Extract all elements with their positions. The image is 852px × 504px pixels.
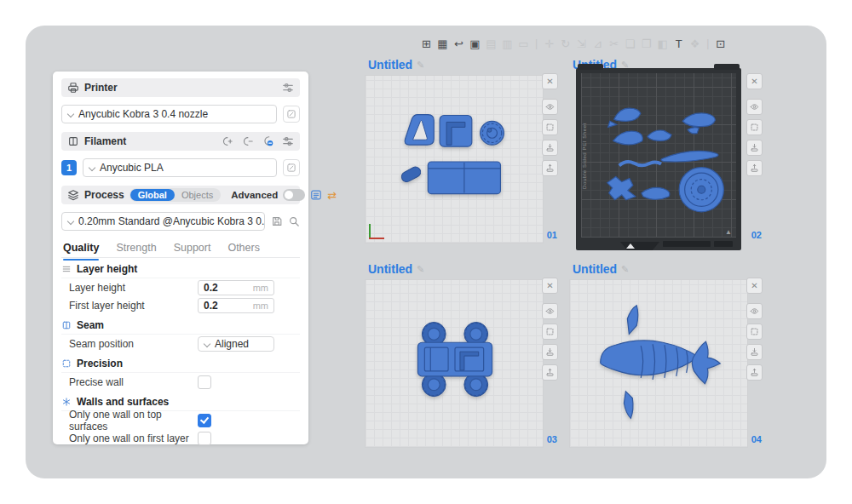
add-model-icon[interactable]: ⊞ [419,35,434,52]
tab-quality[interactable]: Quality [63,242,99,257]
fit-plate-icon[interactable] [746,119,763,135]
filament-section-header: Filament [61,132,300,151]
tab-strength[interactable]: Strength [116,242,156,257]
fit-plate-icon[interactable] [542,324,558,340]
scope-objects-button[interactable]: Objects [175,189,220,201]
one-wall-top-checkbox[interactable] [198,414,211,427]
plate-visibility-icon[interactable] [542,303,558,319]
close-plate-icon[interactable]: ✕ [542,73,558,89]
printer-icon [67,82,79,94]
edit-filament-button[interactable] [283,159,300,176]
process-list-icon[interactable] [310,189,322,201]
filament-slot-badge[interactable]: 1 [61,160,77,175]
rename-plate-icon[interactable]: ✎ [417,60,424,71]
process-icon [67,189,79,201]
plate-material-chip [663,241,711,247]
add-plate-icon[interactable]: ▦ [435,35,450,52]
arrange-all-plates-icon[interactable]: ▥ [500,35,515,52]
toolbar: ⊞▦↩▣▤▥▭|✛↻⇲⊿✂❏❐◧T❖|⊡ [419,34,728,53]
plate-visibility-icon[interactable] [746,99,763,115]
plate-viewport-1[interactable]: Untitled ✎ [365,58,558,247]
printer-select[interactable]: Anycubic Kobra 3 0.4 nozzle [61,105,277,123]
fit-plate-icon[interactable] [542,119,558,135]
rename-plate-icon[interactable]: ✎ [417,264,424,275]
search-settings-icon[interactable] [288,215,300,227]
cut-icon[interactable]: ✂ [607,35,621,52]
process-profile-select[interactable]: 0.20mm Standard @Anycubic Kobra 3 0.4 no… [61,212,265,231]
export-plate-icon[interactable] [542,140,558,156]
lay-flat-icon[interactable]: ⊿ [590,35,605,52]
chevron-down-icon [89,164,95,171]
group-seam: Seam [61,316,300,335]
tab-others[interactable]: Others [227,242,260,257]
arrange-icon[interactable]: ▤ [484,35,498,52]
scale-icon[interactable]: ⇲ [574,35,589,52]
plate-visibility-icon[interactable] [542,99,558,115]
precise-wall-checkbox[interactable] [198,375,211,389]
tab-support[interactable]: Support [174,242,211,257]
build-plate[interactable] [365,279,544,448]
plate-visibility-icon[interactable] [746,303,763,319]
send-plate-icon[interactable] [746,160,763,176]
build-plate[interactable] [569,279,748,448]
build-plate[interactable] [365,75,544,243]
assemble-icon[interactable]: ❖ [688,35,702,52]
close-plate-icon[interactable]: ✕ [746,278,763,294]
flatten-icon[interactable]: ▭ [516,35,531,52]
plate-number: 04 [751,434,762,444]
move-icon[interactable]: ✛ [542,35,556,52]
layer-height-value[interactable] [204,282,243,294]
close-plate-icon[interactable]: ✕ [542,278,558,294]
import-icon[interactable]: ↩ [452,35,466,52]
send-plate-icon[interactable] [746,364,763,381]
rename-plate-icon[interactable]: ✎ [621,264,629,275]
models-3d[interactable] [570,280,747,447]
sync-profile-icon[interactable]: ⇄ [327,190,337,201]
models-3d[interactable] [366,76,543,243]
edit-printer-button[interactable] [283,106,300,123]
first-layer-height-value[interactable] [204,300,243,312]
seam-position-select[interactable]: Aligned [198,336,274,352]
models-3d[interactable] [366,280,543,447]
plate-title: Untitled ✎ [368,262,424,276]
export-plate-icon[interactable] [746,344,763,360]
scope-global-button[interactable]: Global [130,189,175,201]
plate-viewport-4[interactable]: Untitled ✎ ✕ 04 [569,262,763,451]
add-filament-icon[interactable] [221,135,233,147]
setting-row: Only one wall on top surfaces [61,411,300,429]
printer-settings-icon[interactable] [282,82,294,94]
first-layer-height-input[interactable]: mm [198,298,274,313]
rotate-icon[interactable]: ↻ [558,35,573,52]
export-plate-icon[interactable] [746,140,763,156]
build-plate-dark[interactable]: Double Sided PEI Sheet [576,68,741,250]
plate-actions: ✕ [542,278,558,381]
copy-icon[interactable]: ❏ [623,35,637,52]
send-plate-icon[interactable] [542,364,558,381]
plate-viewport-3[interactable]: Untitled ✎ [365,262,558,451]
filament-settings-icon[interactable] [282,135,294,147]
variable-layer-height-icon[interactable]: ◧ [655,35,670,52]
add-text-icon[interactable]: T [671,35,686,52]
models-3d[interactable] [581,73,736,238]
filament-icon [67,135,79,147]
layer-height-input[interactable]: mm [198,280,274,295]
plate-actions: ✕ [746,73,763,176]
advanced-toggle[interactable] [283,189,305,201]
export-plate-icon[interactable] [542,344,558,360]
filament-select[interactable]: Anycubic PLA [83,158,277,177]
plate-viewport-2[interactable]: Untitled ✎ Double Sided PEI Sheet [569,58,763,247]
setting-row: Precise wall [61,373,300,391]
axis-x-indicator [369,238,384,239]
sync-filament-icon[interactable] [262,135,273,147]
fit-plate-icon[interactable] [746,324,763,340]
toolbar-separator: | [535,37,538,49]
remove-filament-icon[interactable] [241,135,253,147]
one-wall-first-layer-checkbox[interactable] [198,432,211,445]
send-plate-icon[interactable] [542,160,558,176]
image-to-model-icon[interactable]: ▣ [468,35,482,52]
close-plate-icon[interactable]: ✕ [746,73,763,89]
save-profile-icon[interactable] [271,215,283,227]
clone-icon[interactable]: ❐ [639,35,653,52]
split-to-objects-icon[interactable]: ⊡ [713,35,728,52]
advanced-label: Advanced [231,190,278,200]
